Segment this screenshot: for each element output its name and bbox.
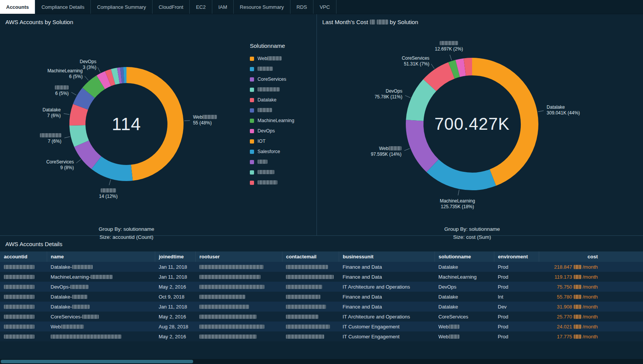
redacted-text: [440, 41, 458, 45]
donut-slice[interactable]: [77, 126, 82, 144]
legend-title: Solutionname: [250, 42, 316, 49]
tab-compliance-details[interactable]: Compliance Details: [35, 0, 91, 14]
cell-cost: 25.770 /month: [539, 312, 643, 322]
column-header-name[interactable]: name: [47, 251, 155, 262]
donut-slice[interactable]: [415, 85, 430, 121]
donut-slice[interactable]: [101, 78, 108, 82]
donut-slice[interactable]: [113, 76, 118, 77]
table-row[interactable]: MachineLearning-Jan 11, 2018Finance and …: [0, 272, 643, 282]
cost-total-value: 700.427K: [435, 114, 510, 134]
cell-contactemail: [282, 302, 339, 312]
redacted-text: [449, 325, 459, 329]
size-caption: Size: cost (Sum): [445, 233, 500, 241]
legend-item[interactable]: IOT: [250, 139, 316, 144]
tab-resource-summary[interactable]: Resource Summary: [234, 0, 290, 14]
donut-slice[interactable]: [118, 75, 121, 76]
donut-slice[interactable]: [465, 67, 472, 67]
donut-slice[interactable]: [451, 69, 458, 70]
legend-swatch: [250, 129, 254, 133]
legend-item[interactable]: [250, 159, 316, 165]
redacted-text: [370, 20, 375, 24]
cell-rootuser: [195, 302, 282, 312]
cell-businessunit: IT Customer Engagement: [339, 322, 435, 331]
tab-ec2[interactable]: EC2: [190, 0, 212, 14]
legend-swatch: [250, 181, 254, 185]
donut-slice[interactable]: [433, 166, 493, 181]
scrollbar-thumb[interactable]: [1, 360, 193, 363]
table-row[interactable]: Datalake-Jan 11, 2018Finance and DataDat…: [0, 262, 643, 272]
slice-name: [435, 41, 463, 46]
table-row[interactable]: Datalake-Oct 9, 2018Finance and DataData…: [0, 292, 643, 302]
donut-slice[interactable]: [458, 67, 464, 69]
tab-accounts[interactable]: Accounts: [0, 0, 35, 14]
tab-iam[interactable]: IAM: [212, 0, 234, 14]
legend-swatch: [250, 98, 254, 102]
cell-cost: 55.780 /month: [539, 292, 643, 302]
cell-name: Datalake-: [47, 262, 155, 272]
redacted-text: [377, 20, 388, 24]
tab-vpc[interactable]: VPC: [313, 0, 336, 14]
chart-title-accounts: AWS Accounts by Solution: [5, 19, 73, 25]
redacted-text: [72, 305, 90, 309]
slice-value: 55 (48%): [193, 120, 217, 126]
horizontal-scrollbar[interactable]: [0, 359, 643, 364]
redacted-text: [4, 305, 34, 309]
table-row[interactable]: May 2, 2016IT Customer EngagementWebProd…: [0, 331, 643, 341]
column-header-rootuser[interactable]: rootuser: [195, 251, 282, 262]
tab-rds[interactable]: RDS: [290, 0, 313, 14]
table-row[interactable]: CoreServices-May 2, 2016IT Architecture …: [0, 312, 643, 322]
cell-joinedtime: Jan 11, 2018: [155, 302, 195, 312]
table-row[interactable]: WebAug 28, 2018IT Customer EngagementWeb…: [0, 322, 643, 331]
column-header-cost[interactable]: cost: [539, 251, 643, 262]
redacted-text: [574, 315, 581, 319]
legend-item[interactable]: CoreServices: [250, 77, 316, 82]
redacted-text: [199, 275, 261, 279]
donut-slice[interactable]: [415, 121, 433, 166]
redacted-text: [258, 67, 273, 71]
legend-item[interactable]: Datalake: [250, 97, 316, 103]
cell-rootuser: [195, 262, 282, 272]
redacted-text: [4, 325, 34, 329]
column-header-accountid[interactable]: accountid: [0, 251, 47, 262]
legend-item[interactable]: [250, 87, 316, 92]
legend-label: [258, 66, 273, 72]
donut-slice[interactable]: [108, 77, 113, 79]
column-header-businessunit[interactable]: businessunit: [339, 251, 435, 262]
label-leader-line: [76, 160, 81, 163]
column-header-contactemail[interactable]: contactemail: [282, 251, 339, 262]
donut-slice[interactable]: [121, 75, 124, 75]
legend-item[interactable]: [250, 180, 316, 185]
legend-swatch: [250, 67, 254, 71]
tab-cloudfront[interactable]: CloudFront: [153, 0, 190, 14]
accounts-details-table: accountidnamejoinedtimerootusercontactem…: [0, 251, 643, 341]
legend-label: Salesforce: [258, 149, 280, 154]
legend-item[interactable]: [250, 66, 316, 72]
cell-rootuser: [195, 322, 282, 331]
column-header-joinedtime[interactable]: joinedtime: [155, 251, 195, 262]
cell-accountid: [0, 331, 47, 341]
donut-slice[interactable]: [77, 107, 80, 125]
slice-callout: Datalake7 (6%): [43, 107, 61, 119]
legend-item[interactable]: [250, 170, 316, 175]
column-header-solutionname[interactable]: solutionname: [435, 251, 494, 262]
column-header-environment[interactable]: environment: [494, 251, 539, 262]
cell-joinedtime: Jan 11, 2018: [155, 262, 195, 272]
legend-item[interactable]: MachineLearning: [250, 118, 316, 123]
legend-item[interactable]: Web: [250, 56, 316, 61]
donut-slice[interactable]: [80, 93, 89, 107]
table-row[interactable]: DevOps-May 2, 2016IT Architecture and Op…: [0, 282, 643, 292]
table-row[interactable]: Datalake-Jan 11, 2018Finance and DataDat…: [0, 302, 643, 312]
cell-solutionname: Datalake: [435, 302, 494, 312]
donut-slice[interactable]: [96, 163, 132, 173]
legend-item[interactable]: DevOps: [250, 128, 316, 134]
group-by-caption: Group By: solutionname: [445, 225, 500, 233]
legend-item[interactable]: Salesforce: [250, 149, 316, 154]
legend-item[interactable]: [250, 108, 316, 113]
cell-accountid: [0, 272, 47, 282]
donut-slice[interactable]: [89, 82, 101, 93]
redacted-text: [258, 180, 277, 184]
tab-compliance-summary[interactable]: Compliance Summary: [91, 0, 153, 14]
donut-slice[interactable]: [430, 70, 452, 85]
redacted-text: [72, 265, 93, 269]
donut-slice[interactable]: [82, 144, 97, 163]
